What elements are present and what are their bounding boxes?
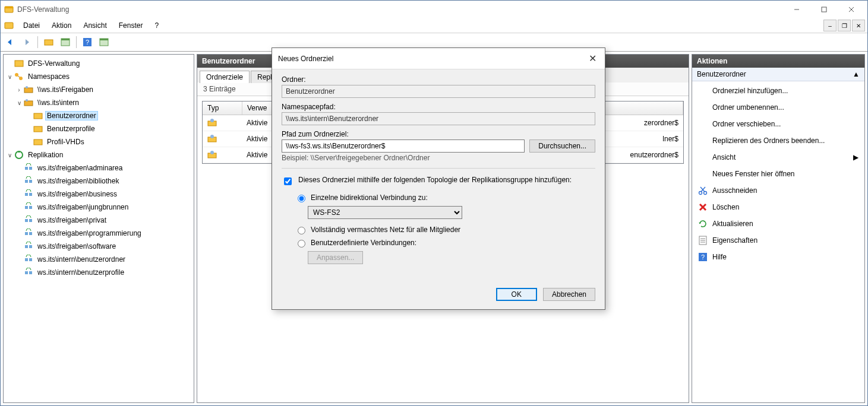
menu-file[interactable]: Datei — [17, 20, 46, 31]
server-select[interactable]: WS-FS2 — [308, 206, 462, 219]
mdi-close[interactable]: ✕ — [852, 20, 865, 31]
chevron-right-icon: ▶ — [853, 153, 858, 161]
svg-line-17 — [18, 76, 20, 77]
svg-rect-18 — [24, 88, 33, 93]
actions-group[interactable]: Benutzerordner ▲ — [692, 68, 864, 81]
svg-rect-22 — [34, 113, 42, 119]
tool-help[interactable]: ? — [80, 35, 94, 49]
svg-rect-33 — [29, 206, 32, 209]
menu-window[interactable]: Fenster — [113, 20, 149, 31]
svg-rect-27 — [29, 167, 32, 170]
action-add-target[interactable]: Ordnerziel hinzufügen... — [692, 83, 864, 99]
svg-point-47 — [210, 135, 214, 138]
action-delete[interactable]: Löschen — [692, 199, 864, 215]
svg-rect-42 — [25, 271, 28, 274]
menu-action[interactable]: Aktion — [46, 20, 77, 31]
mdi-minimize[interactable]: – — [823, 20, 837, 31]
namespace-icon — [24, 98, 33, 107]
action-help[interactable]: ? Hilfe — [692, 249, 864, 265]
radio-single-bidir[interactable] — [298, 195, 305, 202]
replication-icon — [14, 150, 24, 160]
folder-icon — [33, 137, 43, 147]
dfs-icon — [14, 59, 24, 68]
radio-custom[interactable] — [298, 240, 305, 248]
svg-point-49 — [210, 151, 214, 154]
dialog-new-folder-target: Neues Ordnerziel ✕ Ordner: Benutzerordne… — [272, 47, 605, 310]
menu-icon — [4, 21, 14, 30]
tool-folder[interactable] — [42, 35, 56, 49]
nav-tree[interactable]: DFS-Verwaltung ∨ Namespaces › \\ws.its\F… — [3, 54, 194, 403]
svg-text:?: ? — [701, 253, 705, 261]
forward-button[interactable] — [20, 35, 34, 49]
tree-replication[interactable]: ∨ Replikation — [4, 148, 194, 161]
menu-help[interactable]: ? — [149, 20, 165, 31]
folder-icon — [33, 124, 43, 134]
browse-button[interactable]: Durchsuchen... — [529, 139, 595, 153]
tree-repl-item[interactable]: ws.its\freigaben\business — [4, 188, 194, 201]
replgroup-icon — [24, 242, 33, 251]
app-window: DFS-Verwaltung Datei Aktion Ansicht Fens… — [0, 0, 868, 406]
expand-icon[interactable]: ∨ — [5, 74, 14, 80]
svg-rect-30 — [25, 193, 28, 196]
action-new-window[interactable]: Neues Fenster hier öffnen — [692, 166, 864, 182]
tree-ns-freigaben[interactable]: › \\ws.its\Freigaben — [4, 83, 194, 96]
tree-repl-item[interactable]: ws.its\freigaben\bibliothek — [4, 175, 194, 188]
expand-icon[interactable]: › — [14, 87, 24, 93]
add-topology-checkbox[interactable] — [284, 177, 292, 185]
tree-repl-item[interactable]: ws.its\freigaben\programmierung — [4, 227, 194, 240]
dialog-titlebar: Neues Ordnerziel ✕ — [272, 48, 605, 69]
maximize-button[interactable] — [810, 1, 838, 18]
replgroup-icon — [24, 268, 33, 277]
menu-view[interactable]: Ansicht — [77, 20, 112, 31]
tree-profil-vhds[interactable]: Profil-VHDs — [4, 135, 194, 148]
col-type[interactable]: Typ — [203, 102, 242, 115]
tree-repl-item[interactable]: ws.its\freigaben\jungbrunnen — [4, 201, 194, 214]
dialog-close-button[interactable]: ✕ — [586, 53, 599, 64]
svg-rect-1 — [5, 7, 13, 8]
replgroup-icon — [24, 176, 33, 186]
tree-benutzerordner[interactable]: Benutzerordner — [4, 109, 194, 122]
action-stop-replication[interactable]: Replizieren des Ordners beenden... — [692, 132, 864, 149]
action-view[interactable]: Ansicht▶ — [692, 149, 864, 166]
tab-ordnerziele[interactable]: Ordnerziele — [200, 71, 250, 83]
cancel-button[interactable]: Abbrechen — [543, 288, 595, 301]
svg-rect-29 — [29, 180, 32, 183]
action-move[interactable]: Ordner verschieben... — [692, 116, 864, 132]
tree-repl-item[interactable]: ws.its\freigaben\privat — [4, 214, 194, 227]
tree-repl-item[interactable]: ws.its\freigaben\software — [4, 240, 194, 253]
tree-ns-intern[interactable]: ∨ \\ws.its\intern — [4, 96, 194, 109]
titlebar: DFS-Verwaltung — [1, 1, 867, 18]
tree-benutzerprofile[interactable]: Benutzerprofile — [4, 122, 194, 135]
tree-repl-item[interactable]: ws.its\intern\benutzerprofile — [4, 266, 194, 279]
svg-line-52 — [701, 187, 705, 192]
tree-repl-item[interactable]: ws.its\freigaben\adminarea — [4, 161, 194, 175]
action-cut[interactable]: Ausschneiden — [692, 182, 864, 199]
replgroup-icon — [24, 163, 33, 173]
svg-rect-40 — [25, 258, 28, 261]
tree-root[interactable]: DFS-Verwaltung — [4, 57, 194, 70]
minimize-button[interactable] — [783, 1, 810, 18]
tree-repl-item[interactable]: ws.its\intern\benutzerordner — [4, 253, 194, 266]
radio-full-mesh[interactable] — [298, 227, 305, 234]
tool-window[interactable] — [58, 35, 72, 49]
svg-rect-43 — [29, 271, 32, 274]
expand-icon[interactable]: ∨ — [14, 100, 24, 106]
target-icon — [207, 134, 217, 144]
radio-full-mesh-label: Vollständig vermaschtes Netz für alle Mi… — [311, 226, 460, 234]
expand-icon[interactable]: ∨ — [5, 152, 14, 158]
tree-namespaces[interactable]: ∨ Namespaces — [4, 70, 194, 83]
replgroup-icon — [24, 202, 33, 212]
ok-button[interactable]: OK — [496, 288, 537, 301]
action-refresh[interactable]: Aktualisieren — [692, 215, 864, 232]
tool-window2[interactable] — [97, 35, 111, 49]
svg-rect-35 — [29, 219, 32, 222]
action-properties[interactable]: Eigenschaften — [692, 232, 864, 249]
window-title: DFS-Verwaltung — [17, 5, 783, 14]
close-button[interactable] — [838, 1, 865, 18]
target-path-input[interactable] — [282, 139, 525, 153]
collapse-icon[interactable]: ▲ — [853, 70, 860, 78]
svg-rect-20 — [24, 101, 33, 106]
mdi-restore[interactable]: ❐ — [838, 20, 851, 31]
back-button[interactable] — [3, 35, 17, 49]
action-rename[interactable]: Ordner umbenennen... — [692, 99, 864, 116]
